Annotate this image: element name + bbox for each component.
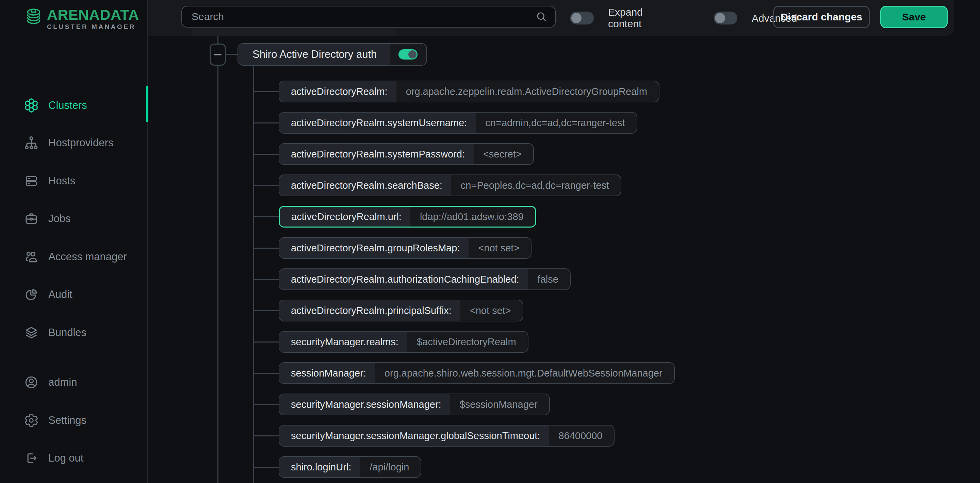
top-toolbar: Expand content Advanced Discard changes … <box>148 0 954 36</box>
config-field-value: false <box>528 269 570 289</box>
config-field-row[interactable]: securityManager.sessionManager: $session… <box>279 394 550 415</box>
gear-icon <box>24 413 39 428</box>
arenadata-cluster-manager-app: ARENADATA CLUSTER MANAGER Clusters Hostp… <box>0 0 980 483</box>
tree-line <box>253 248 279 249</box>
jobs-icon <box>24 211 39 226</box>
hosts-icon <box>24 173 39 188</box>
config-field-name: sessionManager: <box>279 363 375 383</box>
group-toggle-wrap <box>390 44 426 65</box>
group-enabled-toggle[interactable] <box>398 49 417 60</box>
advanced-toggle[interactable] <box>714 11 737 24</box>
config-field-row[interactable]: activeDirectoryRealm: org.apache.zeppeli… <box>279 81 659 102</box>
config-field-name: shiro.loginUrl: <box>279 457 360 477</box>
tree-line <box>226 54 237 55</box>
group-shiro-active-directory-auth[interactable]: Shiro Active Directory auth <box>237 43 427 66</box>
search-input[interactable] <box>182 11 535 22</box>
config-field-row[interactable]: activeDirectoryRealm.url: ldap://ad01.ad… <box>279 206 536 227</box>
minus-icon <box>214 54 221 55</box>
sidebar-item-admin[interactable]: admin <box>0 372 147 393</box>
config-field-name: activeDirectoryRealm.systemUsername: <box>279 113 476 133</box>
sidebar-divider <box>147 0 148 483</box>
config-field-name: activeDirectoryRealm.searchBase: <box>279 175 451 195</box>
active-nav-indicator <box>146 86 148 122</box>
config-field-name: securityManager.sessionManager: <box>279 394 450 415</box>
discard-changes-button[interactable]: Discard changes <box>773 6 870 28</box>
sidebar: ARENADATA CLUSTER MANAGER Clusters Hostp… <box>0 0 147 483</box>
config-field-row[interactable]: activeDirectoryRealm.systemPassword: <se… <box>279 143 534 165</box>
config-field-row[interactable]: activeDirectoryRealm.principalSuffix: <n… <box>279 300 523 321</box>
sidebar-item-log-out[interactable]: Log out <box>0 447 147 469</box>
tree-trunk-inner <box>253 66 254 483</box>
config-field-row[interactable]: activeDirectoryRealm.authorizationCachin… <box>279 269 571 290</box>
audit-icon <box>24 287 39 302</box>
tree-line <box>253 373 279 374</box>
config-field-name: activeDirectoryRealm: <box>279 81 396 102</box>
config-field-row[interactable]: activeDirectoryRealm.groupRolesMap: <not… <box>279 237 531 259</box>
config-field-value: 86400000 <box>549 426 614 446</box>
expand-content-label: Expand content <box>608 6 659 30</box>
access-manager-icon <box>24 249 39 264</box>
config-field-name: activeDirectoryRealm.principalSuffix: <box>279 300 460 321</box>
config-field-row[interactable]: activeDirectoryRealm.searchBase: cn=Peop… <box>279 175 621 196</box>
toggle-knob <box>408 50 417 59</box>
tree-line <box>253 154 279 155</box>
config-field-value: org.apache.shiro.web.session.mgt.Default… <box>375 363 674 383</box>
sidebar-item-clusters[interactable]: Clusters <box>0 95 147 116</box>
tree-line <box>253 91 279 92</box>
group-label-wrap: Shiro Active Directory auth <box>238 44 390 65</box>
group-label: Shiro Active Directory auth <box>253 48 377 60</box>
brand-name: ARENADATA <box>47 7 139 22</box>
config-field-value: cn=Peoples,dc=ad,dc=ranger-test <box>451 175 620 195</box>
config-field-row[interactable]: securityManager.sessionManager.globalSes… <box>279 425 614 446</box>
search-icon <box>535 11 547 23</box>
sidebar-item-hostproviders[interactable]: Hostproviders <box>0 132 147 154</box>
logout-icon <box>24 451 39 466</box>
toggle-knob <box>715 13 725 23</box>
tree-line <box>253 185 279 186</box>
clusters-icon <box>24 98 39 113</box>
config-field-value: $sessionManager <box>450 394 549 415</box>
config-field-value: <secret> <box>474 144 533 164</box>
config-field-name: activeDirectoryRealm.systemPassword: <box>279 144 474 164</box>
config-field-name: activeDirectoryRealm.groupRolesMap: <box>279 238 469 258</box>
save-button[interactable]: Save <box>880 6 948 28</box>
sidebar-item-bundles[interactable]: Bundles <box>0 322 147 343</box>
tree-line <box>218 36 218 43</box>
arenadata-logo-icon <box>24 7 43 27</box>
config-field-row[interactable]: activeDirectoryRealm.systemUsername: cn=… <box>279 112 637 133</box>
config-field-value: <not set> <box>469 238 531 258</box>
collapse-group-button[interactable] <box>210 43 226 66</box>
user-icon <box>24 375 39 390</box>
tree-line <box>253 467 279 468</box>
brand-subtitle: CLUSTER MANAGER <box>47 23 139 30</box>
sidebar-item-hosts[interactable]: Hosts <box>0 170 147 192</box>
config-field-name: activeDirectoryRealm.url: <box>280 207 410 227</box>
scrolled-content-remnant <box>192 29 396 36</box>
config-field-value: cn=admin,dc=ad,dc=ranger-test <box>476 113 636 133</box>
tree-line <box>253 279 279 280</box>
sidebar-item-audit[interactable]: Audit <box>0 284 147 305</box>
toggle-knob <box>571 13 582 23</box>
tree-line <box>253 342 279 343</box>
config-field-name: activeDirectoryRealm.authorizationCachin… <box>279 269 528 289</box>
config-field-row[interactable]: sessionManager: org.apache.shiro.web.ses… <box>279 362 675 384</box>
tree-line <box>253 310 279 311</box>
sidebar-item-settings[interactable]: Settings <box>0 410 147 431</box>
config-field-value: ldap://ad01.adsw.io:389 <box>410 207 535 227</box>
config-field-value: org.apache.zeppelin.realm.ActiveDirector… <box>396 81 659 102</box>
sidebar-item-access-manager[interactable]: Access manager <box>0 246 147 268</box>
config-field-row[interactable]: shiro.loginUrl: /api/login <box>279 456 421 478</box>
bundles-icon <box>24 325 39 340</box>
tree-trunk-outer <box>218 66 218 483</box>
config-field-name: securityManager.sessionManager.globalSes… <box>279 426 549 446</box>
expand-content-toggle[interactable] <box>570 11 594 24</box>
config-field-value: <not set> <box>460 300 523 321</box>
tree-line <box>253 122 279 124</box>
tree-line <box>253 404 279 405</box>
hostproviders-icon <box>24 135 39 150</box>
sidebar-item-jobs[interactable]: Jobs <box>0 208 147 230</box>
search-box <box>181 6 556 27</box>
app-logo: ARENADATA CLUSTER MANAGER <box>24 7 139 30</box>
config-field-row[interactable]: securityManager.realms: $activeDirectory… <box>279 331 528 353</box>
config-field-value: /api/login <box>360 457 421 477</box>
